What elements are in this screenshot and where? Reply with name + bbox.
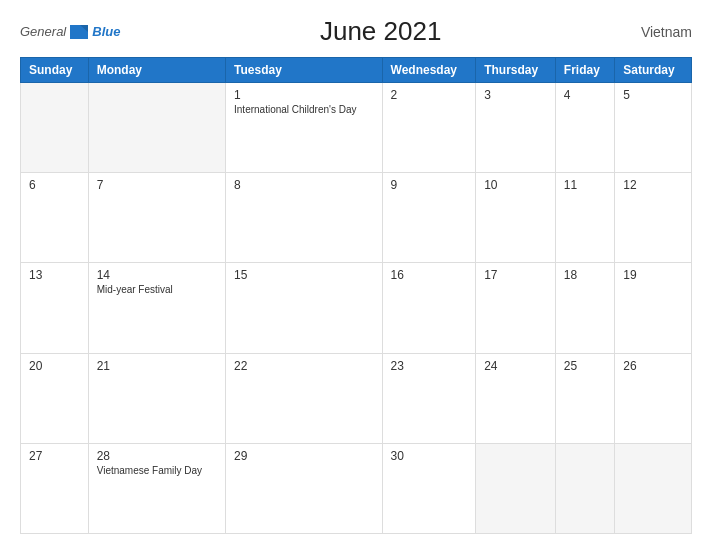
day-number: 18 [564,268,606,282]
day-cell-0-1 [88,83,225,173]
week-row-4: 2728Vietnamese Family Day2930 [21,443,692,533]
day-cell-2-2: 15 [226,263,383,353]
day-cell-2-4: 17 [476,263,556,353]
day-number: 17 [484,268,547,282]
day-number: 4 [564,88,606,102]
day-number: 20 [29,359,80,373]
logo-general: General [20,24,66,39]
header-friday: Friday [555,58,614,83]
day-cell-4-5 [555,443,614,533]
day-number: 14 [97,268,217,282]
week-row-0: 1International Children's Day2345 [21,83,692,173]
day-number: 26 [623,359,683,373]
day-cell-3-3: 23 [382,353,476,443]
day-cell-3-2: 22 [226,353,383,443]
day-number: 24 [484,359,547,373]
day-cell-3-0: 20 [21,353,89,443]
day-number: 15 [234,268,374,282]
day-number: 25 [564,359,606,373]
day-number: 9 [391,178,468,192]
day-cell-2-6: 19 [615,263,692,353]
calendar-page: General Blue June 2021 Vietnam Sunday Mo… [0,0,712,550]
day-number: 22 [234,359,374,373]
day-number: 10 [484,178,547,192]
day-number: 2 [391,88,468,102]
day-cell-4-1: 28Vietnamese Family Day [88,443,225,533]
day-cell-1-1: 7 [88,173,225,263]
header-tuesday: Tuesday [226,58,383,83]
day-cell-0-4: 3 [476,83,556,173]
day-cell-1-3: 9 [382,173,476,263]
day-cell-4-4 [476,443,556,533]
day-cell-1-0: 6 [21,173,89,263]
day-cell-3-4: 24 [476,353,556,443]
day-number: 7 [97,178,217,192]
day-cell-2-5: 18 [555,263,614,353]
day-number: 23 [391,359,468,373]
day-number: 13 [29,268,80,282]
header-wednesday: Wednesday [382,58,476,83]
header-thursday: Thursday [476,58,556,83]
week-row-1: 6789101112 [21,173,692,263]
header-monday: Monday [88,58,225,83]
header-sunday: Sunday [21,58,89,83]
day-cell-4-3: 30 [382,443,476,533]
day-cell-4-6 [615,443,692,533]
day-number: 30 [391,449,468,463]
week-row-3: 20212223242526 [21,353,692,443]
day-cell-0-2: 1International Children's Day [226,83,383,173]
day-number: 11 [564,178,606,192]
day-number: 6 [29,178,80,192]
day-cell-2-3: 16 [382,263,476,353]
logo: General Blue [20,24,120,39]
day-cell-1-6: 12 [615,173,692,263]
calendar-table: Sunday Monday Tuesday Wednesday Thursday… [20,57,692,534]
weekday-header-row: Sunday Monday Tuesday Wednesday Thursday… [21,58,692,83]
day-number: 21 [97,359,217,373]
day-number: 8 [234,178,374,192]
country-label: Vietnam [641,24,692,40]
day-number: 3 [484,88,547,102]
page-title: June 2021 [320,16,441,47]
day-number: 5 [623,88,683,102]
day-cell-0-6: 5 [615,83,692,173]
day-number: 28 [97,449,217,463]
day-cell-3-5: 25 [555,353,614,443]
logo-icon [70,25,88,39]
day-cell-1-2: 8 [226,173,383,263]
day-cell-1-4: 10 [476,173,556,263]
day-number: 29 [234,449,374,463]
day-cell-1-5: 11 [555,173,614,263]
day-cell-2-1: 14Mid-year Festival [88,263,225,353]
day-cell-2-0: 13 [21,263,89,353]
day-number: 16 [391,268,468,282]
day-number: 12 [623,178,683,192]
day-cell-4-2: 29 [226,443,383,533]
day-cell-0-0 [21,83,89,173]
day-cell-0-3: 2 [382,83,476,173]
day-number: 1 [234,88,374,102]
logo-blue: Blue [92,24,120,39]
day-number: 27 [29,449,80,463]
day-cell-4-0: 27 [21,443,89,533]
header-saturday: Saturday [615,58,692,83]
week-row-2: 1314Mid-year Festival1516171819 [21,263,692,353]
event-label: Vietnamese Family Day [97,465,202,476]
event-label: Mid-year Festival [97,284,173,295]
event-label: International Children's Day [234,104,357,115]
day-cell-3-1: 21 [88,353,225,443]
day-number: 19 [623,268,683,282]
day-cell-0-5: 4 [555,83,614,173]
day-cell-3-6: 26 [615,353,692,443]
header: General Blue June 2021 Vietnam [20,16,692,47]
